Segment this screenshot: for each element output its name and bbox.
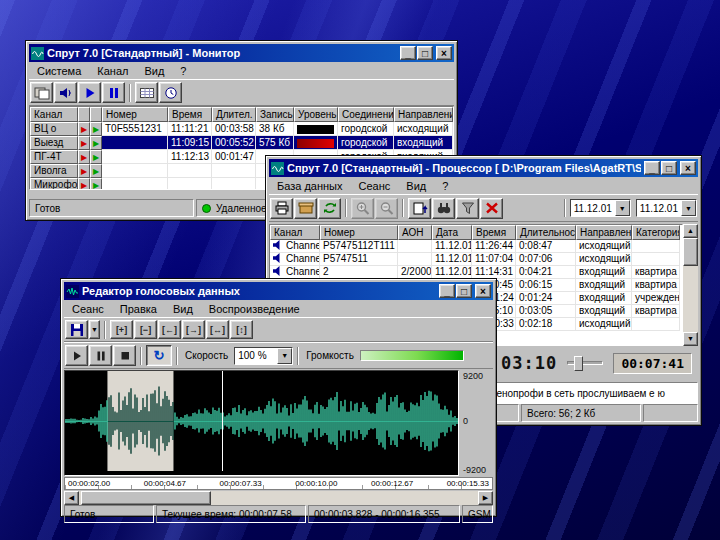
- menu-item[interactable]: Правка: [112, 302, 165, 316]
- zoom-tool-button[interactable]: [↕]: [230, 320, 253, 339]
- processor-titlebar[interactable]: Спрут 7.0 [Стандартный] - Процессор [ D:…: [269, 159, 698, 177]
- col-level[interactable]: Уровень: [294, 107, 338, 122]
- listen-icon[interactable]: [54, 82, 77, 103]
- channels-panel-icon[interactable]: [30, 82, 53, 103]
- monitor-titlebar[interactable]: Спрут 7.0 [Стандартный] - Монитор _ □ ×: [29, 44, 454, 62]
- loop-icon[interactable]: ↻: [146, 345, 172, 366]
- close-button[interactable]: ×: [475, 284, 491, 298]
- minimize-button[interactable]: _: [644, 161, 660, 175]
- play-icon[interactable]: [65, 345, 88, 366]
- col-time[interactable]: Время: [168, 107, 212, 122]
- clock-icon[interactable]: [159, 82, 182, 103]
- maximize-button[interactable]: □: [417, 46, 433, 60]
- menu-item[interactable]: ?: [434, 179, 456, 193]
- total-time: 00:07:41: [613, 353, 692, 374]
- col-number[interactable]: Номер: [102, 107, 168, 122]
- zoom-tool-button[interactable]: [−]: [134, 320, 157, 339]
- pause-icon[interactable]: [102, 82, 125, 103]
- column-header[interactable]: Дата: [432, 225, 472, 240]
- zoom-tool-button[interactable]: [→]: [182, 320, 205, 339]
- scroll-right-icon[interactable]: ▶: [478, 491, 493, 505]
- play-icon[interactable]: [78, 82, 101, 103]
- scroll-down-icon[interactable]: ▼: [683, 332, 698, 346]
- column-header[interactable]: Направление: [576, 225, 632, 240]
- date-from-combo[interactable]: 11.12.01 ▼: [570, 199, 631, 217]
- speed-combo[interactable]: 100 % ▼: [234, 347, 293, 365]
- delete-icon[interactable]: [480, 198, 503, 219]
- vertical-scrollbar[interactable]: ▲ ▼: [683, 224, 698, 346]
- menu-item[interactable]: Сеанс: [64, 302, 112, 316]
- chevron-down-icon[interactable]: ▼: [89, 320, 100, 339]
- zoom-tool-button[interactable]: [↔]: [206, 320, 229, 339]
- chevron-down-icon[interactable]: ▼: [615, 200, 630, 216]
- horizontal-scrollbar[interactable]: ◀ ▶: [64, 491, 493, 505]
- slider-thumb[interactable]: [574, 356, 583, 371]
- scroll-up-icon[interactable]: ▲: [683, 224, 698, 238]
- col-listen[interactable]: [90, 107, 102, 122]
- menu-item[interactable]: Воспроизведение: [201, 302, 308, 316]
- editor-titlebar[interactable]: Редактор голосовых данных _ □ ×: [64, 282, 493, 300]
- col-duration[interactable]: Длител.: [212, 107, 256, 122]
- archive-icon[interactable]: [294, 198, 317, 219]
- menu-item[interactable]: База данных: [269, 179, 351, 193]
- maximize-button[interactable]: □: [661, 161, 677, 175]
- speaker-icon: [273, 266, 283, 276]
- close-button[interactable]: ×: [436, 46, 452, 60]
- zoom-tool-button[interactable]: [←]: [158, 320, 181, 339]
- column-header[interactable]: Номер: [320, 225, 398, 240]
- col-connection[interactable]: Соединение: [338, 107, 394, 122]
- pause-icon[interactable]: [89, 345, 112, 366]
- col-channel[interactable]: Канал: [30, 107, 78, 122]
- column-header[interactable]: АОН: [398, 225, 432, 240]
- waveform-area: 9200 0 -9200: [64, 370, 493, 476]
- column-header[interactable]: Длительность: [516, 225, 576, 240]
- speaker-icon: [273, 240, 283, 250]
- records-grid-icon[interactable]: [135, 82, 158, 103]
- refresh-icon[interactable]: [318, 198, 341, 219]
- scroll-thumb[interactable]: [81, 491, 211, 505]
- minimize-button[interactable]: _: [439, 284, 455, 298]
- date-to-combo[interactable]: 11.12.01 ▼: [636, 199, 697, 217]
- chevron-down-icon[interactable]: ▼: [277, 348, 292, 364]
- column-header[interactable]: Время: [472, 225, 516, 240]
- menu-item[interactable]: Система: [29, 64, 89, 78]
- monitor-icon: ▶: [93, 167, 99, 176]
- status-ready: Готов: [29, 199, 194, 217]
- volume-meter[interactable]: [360, 350, 464, 361]
- scroll-left-icon[interactable]: ◀: [64, 491, 79, 505]
- minimize-button[interactable]: _: [400, 46, 416, 60]
- menu-item[interactable]: Вид: [136, 64, 172, 78]
- close-button[interactable]: ×: [680, 161, 696, 175]
- filter-icon[interactable]: [456, 198, 479, 219]
- scroll-thumb[interactable]: [683, 238, 698, 266]
- stop-icon[interactable]: [113, 345, 136, 366]
- menu-item[interactable]: Вид: [165, 302, 201, 316]
- chevron-down-icon[interactable]: ▼: [681, 200, 696, 216]
- menu-item[interactable]: ?: [172, 64, 194, 78]
- table-row[interactable]: Channel2 P5747511 11.12.01 11:07:04 0:07…: [270, 253, 680, 266]
- menu-item[interactable]: Вид: [398, 179, 434, 193]
- column-header[interactable]: Категория н...: [632, 225, 680, 240]
- zoom-tool-button[interactable]: [+]: [110, 320, 133, 339]
- column-header[interactable]: Канал: [270, 225, 320, 240]
- menu-item[interactable]: Канал: [89, 64, 136, 78]
- table-row-selected[interactable]: Выезд ▶ ▶ 11:09:15 00:05:52 575 Кб город…: [30, 136, 453, 150]
- waveform-display[interactable]: [64, 370, 459, 476]
- table-row[interactable]: ВЦ о ▶ ▶ T0F5551231 11:11:21 00:03:58 38…: [30, 122, 453, 136]
- speaker-icon: [273, 253, 283, 263]
- col-record[interactable]: [78, 107, 90, 122]
- zoom-in-icon[interactable]: [351, 198, 374, 219]
- app-icon: [31, 47, 44, 60]
- print-icon[interactable]: [270, 198, 293, 219]
- export-icon[interactable]: [408, 198, 431, 219]
- save-icon[interactable]: [65, 320, 88, 339]
- elapsed-time: 03:10: [501, 353, 557, 373]
- position-slider[interactable]: [567, 361, 603, 365]
- table-row[interactable]: Channel1 P57475112T111 11.12.01 11:26:44…: [270, 240, 680, 253]
- col-direction[interactable]: Направление: [394, 107, 453, 122]
- search-icon[interactable]: [432, 198, 455, 219]
- maximize-button[interactable]: □: [456, 284, 472, 298]
- menu-item[interactable]: Сеанс: [351, 179, 399, 193]
- col-size[interactable]: Запись: [256, 107, 294, 122]
- zoom-out-icon[interactable]: [375, 198, 398, 219]
